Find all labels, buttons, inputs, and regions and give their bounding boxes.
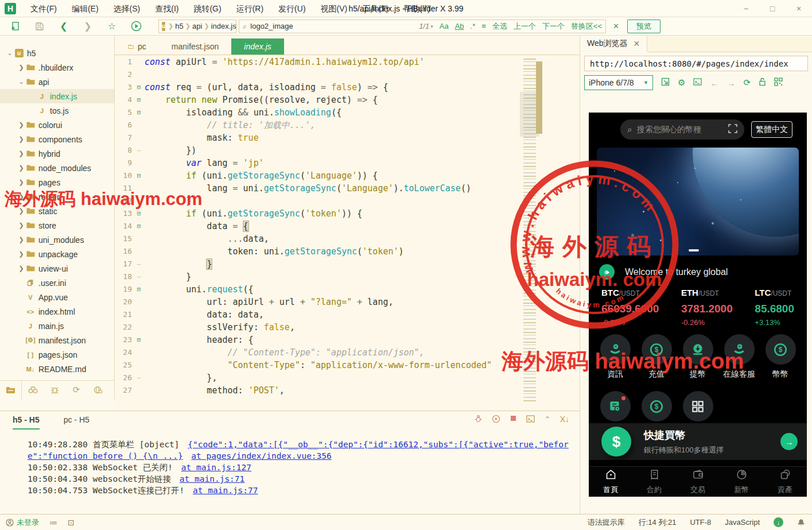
whole-word-button[interactable]: Ab bbox=[455, 22, 464, 30]
tree-item-pages.json[interactable]: [ ]pages.json bbox=[0, 347, 114, 362]
feature-幣幣[interactable]: $幣幣 bbox=[760, 334, 801, 380]
bookmark-star-icon[interactable]: ☆ bbox=[103, 20, 121, 33]
tree-item-components[interactable]: ❯components bbox=[0, 132, 114, 146]
menu-item-视[interactable]: 视图(V) bbox=[313, 0, 355, 17]
ticker-BTC[interactable]: BTC/USDT66039.6000-0.66% bbox=[601, 288, 659, 327]
tree-item-main.js[interactable]: Jmain.js bbox=[0, 319, 114, 333]
search-tab-binoculars-icon[interactable] bbox=[22, 381, 44, 399]
log-source-link[interactable]: at pages/index/index.vue:356 bbox=[191, 451, 331, 461]
nav-交易[interactable]: 交易 bbox=[676, 467, 720, 497]
nav-forward-icon[interactable]: → bbox=[726, 78, 735, 88]
language-button[interactable]: 繁體中文 bbox=[751, 121, 792, 138]
minimap[interactable] bbox=[523, 59, 536, 403]
code-area[interactable]: 1const apiUrl = 'https://417admin.1.haiw… bbox=[115, 56, 580, 411]
regex-button[interactable]: .* bbox=[471, 22, 476, 30]
qr-code-icon[interactable] bbox=[774, 78, 783, 88]
nav-資產[interactable]: 資產 bbox=[763, 467, 807, 497]
tree-item-node_modules[interactable]: ❯node_modules bbox=[0, 161, 114, 175]
menu-item-查[interactable]: 查找(I) bbox=[147, 0, 186, 17]
tree-item-h5[interactable]: ⌄uh5 bbox=[0, 46, 114, 60]
language-mode-label[interactable]: JavaScript bbox=[725, 518, 760, 527]
settings-gear-icon[interactable]: ⚙ bbox=[678, 78, 685, 88]
tree-chevron-icon[interactable]: ❯ bbox=[17, 236, 25, 243]
menu-item-文[interactable]: 文件(F) bbox=[23, 0, 64, 17]
close-tab-icon[interactable]: ✕ bbox=[634, 39, 640, 48]
feature-資訊[interactable]: +資訊 bbox=[595, 334, 636, 380]
tree-chevron-icon[interactable]: ❯ bbox=[17, 193, 25, 200]
breadcrumb-item-file[interactable]: index.js bbox=[211, 22, 236, 30]
tree-chevron-icon[interactable]: ❯ bbox=[17, 136, 25, 143]
tree-chevron-icon[interactable]: ❯ bbox=[17, 207, 25, 215]
unlock-icon[interactable] bbox=[759, 78, 766, 88]
ticker-ETH[interactable]: ETH/USDT3781.2000-0.26% bbox=[681, 288, 733, 327]
fold-marker-icon[interactable]: ⊟ bbox=[134, 220, 143, 233]
tree-item-pages[interactable]: ❯pages bbox=[0, 175, 114, 189]
syntax-lib-label[interactable]: 语法提示库 bbox=[588, 517, 625, 528]
close-search-icon[interactable]: ✕ bbox=[613, 22, 619, 30]
tree-chevron-icon[interactable]: ❯ bbox=[17, 222, 25, 229]
refresh-tab-icon[interactable]: ⟳ bbox=[65, 381, 87, 399]
announcement-row[interactable]: 🕪 Welcome to turkey global bbox=[599, 264, 728, 280]
tree-chevron-icon[interactable]: ❯ bbox=[17, 164, 25, 172]
reload-icon[interactable]: ⟳ bbox=[743, 78, 751, 88]
nav-back-icon[interactable]: ← bbox=[710, 78, 718, 88]
debug-tab-bug-icon[interactable] bbox=[44, 381, 65, 399]
breadcrumb-item-api[interactable]: api bbox=[192, 22, 202, 30]
tree-chevron-icon[interactable]: ❯ bbox=[17, 150, 25, 157]
editor-tab-index.js[interactable]: index.js bbox=[231, 38, 283, 55]
update-download-icon[interactable]: ↓ bbox=[774, 517, 783, 527]
coin-search-input[interactable]: ⌕ 搜索您關心的幣種 bbox=[620, 119, 744, 140]
tree-item-colorui[interactable]: ❯colorui bbox=[0, 118, 114, 132]
feature-提幣[interactable]: 提幣 bbox=[677, 334, 718, 380]
fold-marker-icon[interactable]: ⊟ bbox=[134, 106, 143, 119]
notification-bell-icon[interactable]: 🔔︎ bbox=[797, 518, 805, 527]
tree-item-hybrid[interactable]: ❯hybrid bbox=[0, 146, 114, 161]
tree-item-tos.js[interactable]: Jtos.js bbox=[0, 103, 114, 118]
breadcrumb-item-h5[interactable]: h5 bbox=[175, 22, 183, 30]
tree-item-manifest.json[interactable]: [⚙]manifest.json bbox=[0, 333, 114, 347]
find-next-button[interactable]: 下一个 bbox=[542, 21, 565, 32]
preview-button[interactable]: 预览 bbox=[627, 20, 661, 33]
encoding-label[interactable]: UTF-8 bbox=[690, 518, 711, 527]
log-source-link[interactable]: at main.js:77 bbox=[193, 486, 258, 495]
login-status[interactable]: 未登录 bbox=[6, 517, 39, 528]
tree-item-store[interactable]: ❯store bbox=[0, 218, 114, 233]
terminal-toggle-icon[interactable]: ⊡ bbox=[68, 518, 75, 527]
log-source-link[interactable]: at main.js:127 bbox=[181, 463, 251, 472]
nav-新幣[interactable]: 新幣 bbox=[720, 467, 763, 497]
menu-item-帮[interactable]: 帮助(Y) bbox=[396, 0, 438, 17]
device-select[interactable]: iPhone 6/7/8 ▼ bbox=[584, 75, 653, 90]
menu-item-跳[interactable]: 跳转(G) bbox=[186, 0, 228, 17]
editor-tab-manifest.json[interactable]: manifest.json bbox=[159, 38, 231, 55]
back-button[interactable]: ❮ bbox=[55, 20, 72, 33]
close-button[interactable]: × bbox=[786, 0, 812, 17]
select-all-button[interactable]: 全选 bbox=[492, 21, 507, 32]
tree-item-uni_modules[interactable]: ❯uni_modules bbox=[0, 233, 114, 247]
fold-marker-icon[interactable]: ⊟ bbox=[134, 283, 143, 296]
quick-buy-card[interactable]: $ 快捷買幣 銀行轉賬和100多種選擇 → bbox=[589, 423, 807, 460]
ticker-LTC[interactable]: LTC/USDT85.6800+3.13% bbox=[755, 288, 794, 327]
tree-item-router[interactable]: ❯router bbox=[0, 189, 114, 204]
tree-item-unpackage[interactable]: ❯unpackage bbox=[0, 247, 114, 261]
tree-item-index.js[interactable]: Jindex.js bbox=[0, 89, 114, 103]
tree-chevron-icon[interactable]: ❯ bbox=[17, 250, 25, 258]
multiline-button[interactable]: ≡ bbox=[481, 22, 486, 30]
tree-chevron-icon[interactable]: ❯ bbox=[17, 64, 25, 71]
search-input[interactable] bbox=[250, 22, 419, 30]
tree-item-App.vue[interactable]: VApp.vue bbox=[0, 290, 114, 304]
tree-item-README.md[interactable]: M↓README.md bbox=[0, 362, 114, 376]
fold-marker-icon[interactable]: ⊟ bbox=[134, 94, 143, 106]
outline-list-icon[interactable]: ≔ bbox=[49, 518, 57, 527]
chevron-down-icon[interactable]: ▾ bbox=[430, 24, 433, 29]
tree-item-index.html[interactable]: <>index.html bbox=[0, 304, 114, 319]
menu-item-工[interactable]: 工具(T) bbox=[355, 0, 396, 17]
scan-qr-icon[interactable] bbox=[728, 124, 737, 135]
feature-充值[interactable]: $充值 bbox=[636, 334, 677, 380]
menu-item-选[interactable]: 选择(S) bbox=[106, 0, 148, 17]
console-tab-pc - H5[interactable]: pc - H5 bbox=[64, 411, 90, 430]
save-button[interactable] bbox=[31, 20, 48, 33]
explorer-tab-folder-icon[interactable] bbox=[0, 381, 22, 399]
cursor-position[interactable]: 行:14 列:21 bbox=[639, 517, 677, 528]
tree-item-uview-ui[interactable]: ❯uview-ui bbox=[0, 261, 114, 276]
terminal-icon[interactable] bbox=[526, 415, 535, 425]
